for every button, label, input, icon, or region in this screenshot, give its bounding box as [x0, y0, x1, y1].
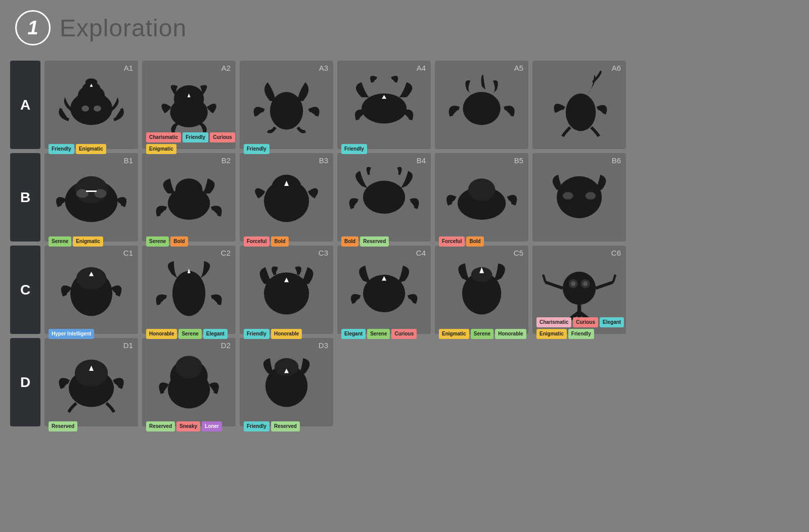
svg-point-19	[272, 175, 302, 202]
creature-C1	[44, 246, 138, 334]
tag-B5-Forceful: Forceful	[439, 236, 465, 247]
row-label-D: D	[10, 338, 40, 426]
cell-id-C5: C5	[514, 249, 523, 257]
row-A: AA1 FriendlyEnigmaticA2 CharismaticFrien…	[10, 61, 799, 149]
cell-B2: B2 SereneBold	[142, 153, 236, 241]
svg-point-20	[363, 181, 405, 214]
tag-C5-Enigmatic: Enigmatic	[439, 329, 469, 339]
svg-point-24	[563, 192, 573, 200]
tag-C4-Serene: Serene	[367, 329, 390, 339]
creature-A3	[240, 61, 333, 149]
row-C: CC1 Hyper IntelligentC2 HonorableSereneE…	[10, 246, 799, 334]
cell-B3: B3 ForcefulBold	[240, 153, 333, 241]
tag-D2-Sneaky: Sneaky	[176, 421, 200, 431]
creature-A6	[532, 61, 626, 149]
tags-A4: Friendly	[341, 144, 367, 154]
svg-point-36	[571, 281, 575, 286]
tags-D3: FriendlyReserved	[244, 421, 300, 431]
tag-C2-Serene: Serene	[178, 329, 201, 339]
cell-B5: B5 ForcefulBold	[435, 153, 528, 241]
creature-C4	[337, 246, 431, 334]
page-title: Exploration	[60, 14, 187, 42]
creature-C3	[240, 246, 333, 334]
creature-grid: AA1 FriendlyEnigmaticA2 CharismaticFrien…	[10, 61, 799, 426]
creature-A1	[44, 61, 138, 149]
cell-C4: C4 ElegantSereneCurious	[337, 246, 431, 334]
tag-A4-Friendly: Friendly	[341, 144, 367, 154]
tag-A3-Friendly: Friendly	[244, 144, 269, 154]
creature-B3	[240, 153, 333, 241]
tag-D3-Friendly: Friendly	[244, 421, 269, 431]
svg-point-49	[175, 356, 203, 378]
tag-C4-Curious: Curious	[391, 329, 417, 339]
creature-B2	[142, 153, 236, 241]
tags-C1: Hyper Intelligent	[49, 329, 94, 339]
row-label-A: A	[10, 61, 40, 149]
cell-A1: A1 FriendlyEnigmatic	[44, 61, 138, 149]
tag-B2-Bold: Bold	[170, 236, 188, 247]
tag-B4-Reserved: Reserved	[360, 236, 389, 247]
tag-D1-Reserved: Reserved	[49, 421, 77, 431]
tag-C5-Serene: Serene	[471, 329, 493, 339]
tags-B4: BoldReserved	[341, 236, 389, 247]
tag-B1-Enigmatic: Enigmatic	[73, 236, 103, 247]
tag-B3-Bold: Bold	[271, 236, 288, 247]
cell-C6: C6 CharismaticCuriousElegantEnigmaticFri…	[532, 246, 626, 334]
cell-B4: B4 BoldReserved	[337, 153, 431, 241]
cell-C3: C3 FriendlyHonorable	[240, 246, 333, 334]
cell-id-C6: C6	[611, 249, 621, 257]
cell-C1: C1 Hyper Intelligent	[44, 246, 138, 334]
tag-C6-Elegant: Elegant	[600, 317, 624, 327]
tag-C6-Enigmatic: Enigmatic	[536, 329, 567, 339]
svg-point-17	[175, 178, 203, 201]
creature-D2	[142, 338, 236, 426]
cell-id-A2: A2	[221, 64, 231, 72]
cell-id-A4: A4	[417, 64, 426, 72]
tags-A2: CharismaticFriendlyCuriousEnigmatic	[146, 132, 236, 154]
creature-A5	[435, 61, 528, 149]
tag-C4-Elegant: Elegant	[341, 329, 366, 339]
cell-D3: D3 FriendlyReserved	[240, 338, 333, 426]
tag-A2-Friendly: Friendly	[183, 132, 208, 142]
creature-A4	[337, 61, 431, 149]
svg-point-51	[275, 358, 299, 376]
tag-C6-Friendly: Friendly	[568, 329, 594, 339]
creature-D3	[240, 338, 333, 426]
cells-row-C: C1 Hyper IntelligentC2 HonorableSereneEl…	[44, 246, 799, 334]
tag-A2-Charismatic: Charismatic	[146, 132, 181, 142]
row-label-C: C	[10, 246, 40, 334]
row-B: BB1 SereneEnigmaticB2 SereneBoldB3 Force…	[10, 153, 799, 241]
svg-point-27	[76, 267, 107, 290]
page-header: 1 Exploration	[15, 10, 799, 45]
tags-C2: HonorableSereneElegant	[146, 329, 228, 339]
row-label-B: B	[10, 153, 40, 241]
cell-C5: C5 EnigmaticSereneHonorable	[435, 246, 528, 334]
svg-point-28	[172, 271, 205, 316]
tag-A1-Enigmatic: Enigmatic	[76, 144, 106, 154]
tag-C5-Honorable: Honorable	[495, 329, 526, 339]
cell-A4: A4 Friendly	[337, 61, 431, 149]
tag-A2-Enigmatic: Enigmatic	[146, 144, 176, 154]
svg-point-25	[585, 192, 596, 200]
cell-B6: B6	[532, 153, 626, 241]
svg-point-37	[583, 281, 588, 286]
svg-point-8	[270, 92, 303, 129]
cell-A5: A5	[435, 61, 528, 149]
tag-B4-Bold: Bold	[341, 236, 358, 247]
tags-C5: EnigmaticSereneHonorable	[439, 329, 526, 339]
cell-id-D1: D1	[123, 341, 133, 350]
tags-D1: Reserved	[49, 421, 77, 431]
cell-id-C4: C4	[416, 249, 426, 257]
cell-id-C2: C2	[221, 249, 231, 257]
cell-id-A5: A5	[514, 64, 523, 72]
svg-point-46	[75, 360, 108, 387]
creature-B5	[435, 153, 528, 241]
cells-row-D: D1 ReservedD2 ReservedSneakyLonerD3 Frie…	[44, 338, 799, 426]
cell-A6: A6	[532, 61, 626, 149]
cell-id-B5: B5	[514, 156, 523, 165]
cell-id-B3: B3	[319, 156, 328, 165]
creature-C2	[142, 246, 236, 334]
creature-D1	[44, 338, 138, 426]
tag-D2-Reserved: Reserved	[146, 421, 175, 431]
cell-C2: C2 HonorableSereneElegant	[142, 246, 236, 334]
